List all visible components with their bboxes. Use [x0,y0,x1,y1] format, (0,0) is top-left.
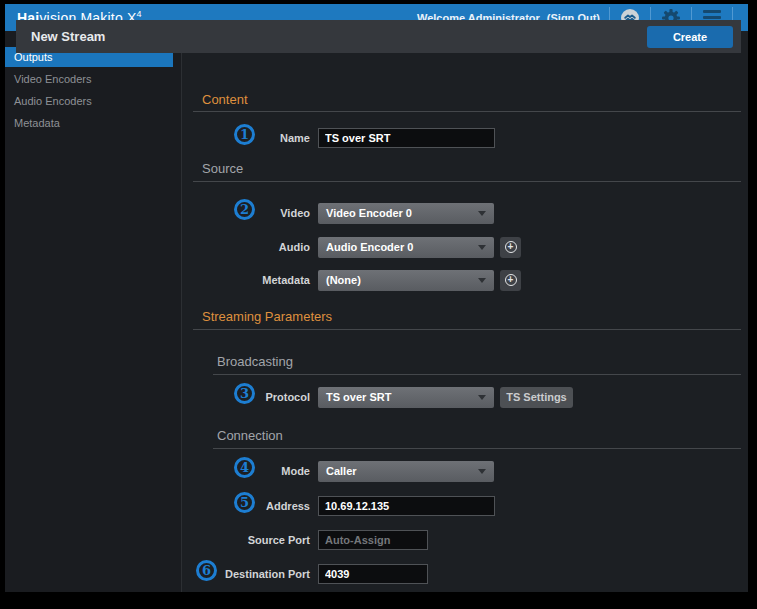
chevron-down-icon [478,469,486,474]
destination-port-row: 6 Destination Port [165,563,741,585]
sidebar-item-metadata[interactable]: Metadata [5,113,181,133]
section-header-broadcasting: Broadcasting [217,354,293,369]
step-badge-1: 1 [234,124,255,145]
destination-port-label: Destination Port [165,568,310,580]
plus-icon: + [505,241,517,253]
mode-select-value: Caller [326,465,357,477]
protocol-row: 3 Protocol TS over SRT TS Settings [165,386,741,408]
step-badge-2: 2 [234,199,255,220]
section-divider [193,329,741,330]
sidebar: Outputs Video Encoders Audio Encoders Me… [5,31,181,592]
sidebar-item-audio-encoders[interactable]: Audio Encoders [5,91,181,111]
source-port-label: Source Port [165,534,310,546]
metadata-row: Metadata (None) + [165,269,741,291]
audio-row: Audio Audio Encoder 0 + [165,236,741,258]
page-toolbar: New Stream Create [16,20,741,53]
sidebar-item-video-encoders[interactable]: Video Encoders [5,69,181,89]
chevron-down-icon [478,395,486,400]
section-divider [193,111,741,112]
destination-port-input[interactable] [318,564,428,584]
video-select[interactable]: Video Encoder 0 [318,203,494,224]
metadata-select[interactable]: (None) [318,270,494,291]
add-metadata-button[interactable]: + [500,270,521,291]
video-select-value: Video Encoder 0 [326,207,412,219]
audio-label: Audio [165,241,310,253]
audio-select-value: Audio Encoder 0 [326,241,413,253]
chevron-down-icon [478,211,486,216]
ts-settings-button[interactable]: TS Settings [500,387,573,408]
app-window: Haivision Makito X4 Welcome Administrato… [5,4,748,592]
address-input[interactable] [318,496,495,516]
name-row: 1 Name [165,127,741,149]
section-header-content: Content [202,92,248,107]
step-badge-3: 3 [234,383,255,404]
section-divider [213,374,741,375]
page-title: New Stream [31,29,105,44]
protocol-select-value: TS over SRT [326,391,391,403]
brand-superscript: 4 [137,9,142,19]
mode-row: 4 Mode Caller [165,460,741,482]
audio-select[interactable]: Audio Encoder 0 [318,237,494,258]
chevron-down-icon [478,245,486,250]
address-row: 5 Address [165,495,741,517]
metadata-select-value: (None) [326,274,361,286]
step-badge-4: 4 [234,457,255,478]
section-header-streaming-parameters: Streaming Parameters [202,309,332,324]
section-divider [193,181,741,182]
section-header-connection: Connection [217,428,283,443]
step-badge-6: 6 [196,560,217,581]
name-input[interactable] [318,128,495,148]
source-port-input[interactable] [318,530,428,550]
source-port-row: Source Port [165,529,741,551]
add-audio-button[interactable]: + [500,237,521,258]
chevron-down-icon [478,278,486,283]
mode-select[interactable]: Caller [318,461,494,482]
section-header-source: Source [202,161,243,176]
protocol-select[interactable]: TS over SRT [318,387,494,408]
metadata-label: Metadata [165,274,310,286]
section-divider [213,448,741,449]
video-row: 2 Video Video Encoder 0 [165,202,741,224]
plus-icon: + [505,274,517,286]
step-badge-5: 5 [234,492,255,513]
create-button[interactable]: Create [647,26,733,48]
